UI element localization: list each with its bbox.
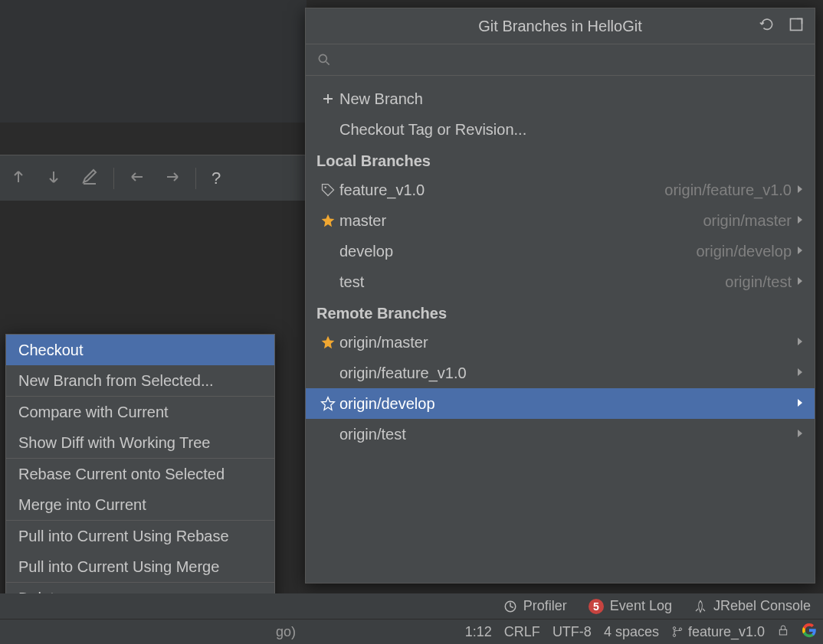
chevron-right-icon <box>796 245 804 258</box>
popup-action-0[interactable]: New Branch <box>306 83 815 114</box>
event-log-badge: 5 <box>589 599 604 614</box>
down-arrow-icon[interactable] <box>46 168 61 189</box>
svg-point-5 <box>673 634 675 636</box>
branch-name: test <box>339 273 364 291</box>
git-branch-widget[interactable]: feature_v1.0 <box>671 624 765 640</box>
editor-background <box>0 0 307 123</box>
git-branches-popup: Git Branches in HelloGit New BranchCheck… <box>305 8 815 584</box>
chevron-right-icon <box>796 428 804 441</box>
context-menu-item[interactable]: Pull into Current Using Merge <box>6 551 274 582</box>
refresh-icon[interactable] <box>759 17 775 36</box>
line-separator[interactable]: CRLF <box>504 624 540 640</box>
profiler-label: Profiler <box>523 598 567 614</box>
branch-context-menu: CheckoutNew Branch from Selected...Compa… <box>5 334 275 614</box>
star-filled-icon <box>316 213 339 228</box>
tracking-branch: origin/develop <box>696 243 792 260</box>
google-icon[interactable] <box>802 623 817 642</box>
event-log-tab[interactable]: 5 Event Log <box>589 598 672 614</box>
branch-name: develop <box>339 243 393 260</box>
nav-toolbar: ? <box>0 155 307 201</box>
back-arrow-icon[interactable] <box>130 168 145 189</box>
branch-name: origin/feature_v1.0 <box>339 364 467 382</box>
chevron-right-icon <box>796 336 804 349</box>
up-arrow-icon[interactable] <box>11 168 26 189</box>
popup-action-label: New Branch <box>339 90 423 108</box>
search-icon <box>316 52 332 67</box>
context-menu-item[interactable]: Show Diff with Working Tree <box>6 427 274 458</box>
context-menu-item[interactable]: New Branch from Selected... <box>6 365 274 396</box>
help-button[interactable]: ? <box>211 168 221 188</box>
status-left-text: go) <box>0 624 296 640</box>
tag-icon <box>316 182 339 198</box>
branch-icon <box>671 626 684 638</box>
remote-branches-header: Remote Branches <box>306 297 815 327</box>
branch-search-input[interactable] <box>306 44 815 76</box>
toolbar-separator <box>195 168 196 189</box>
plus-icon <box>316 92 339 106</box>
indent-setting[interactable]: 4 spaces <box>604 624 659 640</box>
branch-name: feature_v1.0 <box>339 181 425 199</box>
svg-point-6 <box>679 628 681 630</box>
edit-icon[interactable] <box>81 168 98 189</box>
context-menu-item[interactable]: Checkout <box>6 335 274 365</box>
local-branch-row[interactable]: developorigin/develop <box>306 236 815 266</box>
popup-action-label: Checkout Tag or Revision... <box>339 121 526 139</box>
branch-name: origin/test <box>339 426 406 443</box>
svg-point-1 <box>319 54 326 62</box>
svg-rect-7 <box>779 629 786 635</box>
chevron-right-icon <box>796 276 804 289</box>
forward-arrow-icon[interactable] <box>165 168 180 189</box>
chevron-right-icon <box>796 397 804 410</box>
branch-name: origin/master <box>339 334 428 351</box>
remote-branch-row[interactable]: origin/test <box>306 419 815 449</box>
current-branch-name: feature_v1.0 <box>688 624 765 640</box>
star-outline-icon <box>316 396 339 411</box>
svg-point-4 <box>673 627 675 629</box>
branch-name: master <box>339 212 386 230</box>
expand-icon[interactable] <box>789 17 804 36</box>
chevron-right-icon <box>796 184 804 197</box>
popup-title: Git Branches in HelloGit <box>478 18 641 35</box>
jrebel-label: JRebel Console <box>713 598 811 614</box>
svg-rect-0 <box>791 18 802 30</box>
context-menu-item[interactable]: Pull into Current Using Rebase <box>6 521 274 551</box>
context-menu-item[interactable]: Rebase Current onto Selected <box>6 459 274 489</box>
tracking-branch: origin/master <box>703 212 792 230</box>
remote-branch-row[interactable]: origin/feature_v1.0 <box>306 358 815 388</box>
rocket-icon <box>693 600 707 613</box>
tracking-branch: origin/test <box>725 273 792 291</box>
event-log-label: Event Log <box>610 598 672 614</box>
toolbar-separator <box>113 168 114 189</box>
jrebel-tab[interactable]: JRebel Console <box>693 598 811 614</box>
file-encoding[interactable]: UTF-8 <box>552 624 592 640</box>
local-branch-row[interactable]: testorigin/test <box>306 266 815 297</box>
svg-point-2 <box>324 186 326 188</box>
remote-branch-row[interactable]: origin/develop <box>306 388 815 419</box>
remote-branch-row[interactable]: origin/master <box>306 327 815 358</box>
local-branches-header: Local Branches <box>306 145 815 175</box>
popup-header: Git Branches in HelloGit <box>306 8 815 44</box>
context-menu-item[interactable]: Compare with Current <box>6 397 274 427</box>
profiler-icon <box>503 600 517 613</box>
cursor-position[interactable]: 1:12 <box>465 624 492 640</box>
profiler-tab[interactable]: Profiler <box>503 598 567 614</box>
branch-name: origin/develop <box>339 395 435 413</box>
star-filled-icon <box>316 335 339 350</box>
local-branch-row[interactable]: feature_v1.0origin/feature_v1.0 <box>306 175 815 205</box>
lock-icon[interactable] <box>777 624 789 640</box>
status-bar: Profiler 5 Event Log JRebel Console go) … <box>0 593 823 644</box>
tracking-branch: origin/feature_v1.0 <box>664 181 792 199</box>
popup-action-1[interactable]: Checkout Tag or Revision... <box>306 114 815 145</box>
context-menu-item[interactable]: Merge into Current <box>6 489 274 520</box>
local-branch-row[interactable]: masterorigin/master <box>306 205 815 236</box>
chevron-right-icon <box>796 214 804 227</box>
chevron-right-icon <box>796 367 804 380</box>
